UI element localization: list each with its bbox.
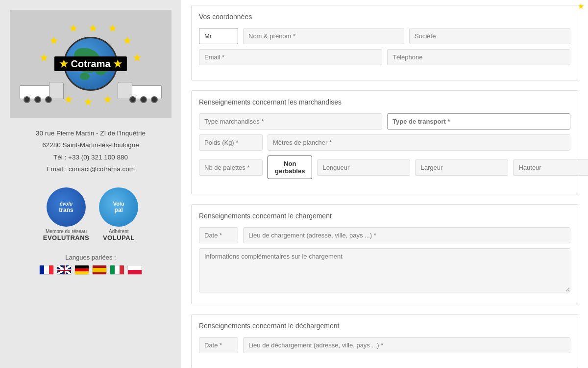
section-marchandises: Renseignements concernant les marchandis… — [191, 90, 578, 194]
sidebar: ★ ★ ★ ★ ★ ★ ★ ★ Cotrama ★ ★ ★ ★ ★ — [0, 0, 181, 368]
langues-section: Langues parlées : — [39, 254, 142, 275]
evolutrans-badge: évolu trans Membre du réseau EVOLUTRANS — [43, 187, 90, 241]
star-icon: ★ — [88, 22, 98, 35]
flag-germany — [74, 265, 89, 275]
star-icon: ★ — [103, 93, 113, 106]
flag-france — [39, 265, 54, 275]
poids-input[interactable] — [199, 134, 263, 151]
civility-select[interactable] — [199, 28, 238, 44]
evolutrans-logo: évolu trans — [47, 187, 86, 227]
type-transport-input[interactable] — [387, 113, 570, 130]
truck-right-icon — [118, 81, 162, 103]
marchandises-row2 — [199, 134, 570, 151]
address-line1: 30 rue Pierre Martin - ZI de l'Inquétrie — [36, 128, 146, 139]
flag-uk — [57, 265, 72, 275]
address-line2: 62280 Saint-Martin-lès-Boulogne — [36, 139, 146, 151]
date-dechargement-input[interactable] — [199, 337, 238, 353]
non-gerbables-button[interactable]: Non gerbables — [268, 156, 312, 179]
section-marchandises-title: Renseignements concernant les marchandis… — [199, 98, 570, 106]
section-dechargement: Renseignements concernant le déchargemen… — [191, 314, 578, 368]
badges-row: évolu trans Membre du réseau EVOLUTRANS … — [43, 187, 139, 241]
langues-title: Langues parlées : — [39, 254, 142, 261]
main-content: Vos coordonnées Renseignements concernan… — [181, 0, 588, 368]
dechargement-row1 — [199, 337, 570, 353]
volupal-badge: Volu pal ★ Adhérent VOLUPAL — [99, 187, 138, 241]
marchandises-row3: Non gerbables — [199, 156, 570, 179]
star-icon: ★ — [122, 34, 132, 47]
info-chargement-textarea[interactable] — [199, 248, 570, 292]
flags-row — [39, 265, 142, 275]
societe-input[interactable] — [409, 28, 570, 44]
logo-area: ★ ★ ★ ★ ★ ★ ★ ★ Cotrama ★ ★ ★ ★ ★ — [10, 10, 172, 118]
hauteur-input[interactable] — [513, 159, 588, 176]
metres-input[interactable] — [268, 134, 570, 151]
lieu-chargement-input[interactable] — [243, 227, 570, 243]
section-dechargement-title: Renseignements concernant le déchargemen… — [199, 322, 570, 330]
section-chargement-title: Renseignements concernant le chargement — [199, 212, 570, 220]
star-icon: ★ — [83, 96, 93, 108]
email-line: Email : contact@cotrama.com — [36, 163, 146, 175]
chargement-row1 — [199, 227, 570, 243]
truck-left-icon — [20, 81, 64, 103]
section-chargement: Renseignements concernant le chargement — [191, 204, 578, 304]
marchandises-row1 — [199, 113, 570, 130]
flag-spain — [92, 265, 107, 275]
section-coordonnees-title: Vos coordonnées — [199, 13, 570, 21]
section-coordonnees: Vos coordonnées — [191, 5, 578, 80]
star-icon: ★ — [39, 52, 49, 64]
type-marchandises-input[interactable] — [199, 113, 382, 130]
coordonnees-row1 — [199, 28, 570, 44]
star-icon: ★ — [132, 52, 142, 64]
email-input[interactable] — [199, 49, 382, 65]
flag-italy — [110, 265, 124, 275]
star-icon: ★ — [49, 34, 59, 47]
telephone-input[interactable] — [387, 49, 570, 65]
date-chargement-input[interactable] — [199, 227, 238, 243]
largeur-input[interactable] — [415, 159, 508, 176]
coordonnees-row2 — [199, 49, 570, 65]
nom-prenom-input[interactable] — [243, 28, 404, 44]
tel-line: Tél : +33 (0) 321 100 880 — [36, 152, 146, 163]
volupal-logo: Volu pal ★ — [99, 187, 138, 227]
nb-palettes-input[interactable] — [199, 159, 263, 176]
star-icon: ★ — [69, 22, 78, 35]
contact-info: 30 rue Pierre Martin - ZI de l'Inquétrie… — [36, 128, 146, 175]
flag-poland — [127, 265, 142, 275]
company-name-label: ★ Cotrama ★ — [54, 56, 127, 71]
star-icon: ★ — [108, 22, 118, 35]
longueur-input[interactable] — [317, 159, 410, 176]
star-icon: ★ — [64, 93, 74, 106]
lieu-dechargement-input[interactable] — [243, 337, 570, 353]
